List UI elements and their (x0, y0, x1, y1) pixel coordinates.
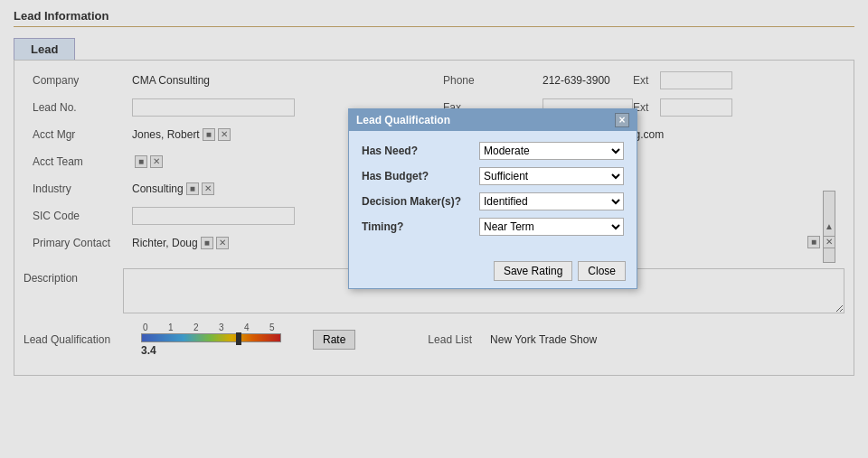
modal-select-decisionmakers[interactable]: Identified Not Identified Unknown (479, 192, 624, 210)
modal-title: Lead Qualification (356, 114, 450, 126)
close-button[interactable]: Close (578, 261, 626, 281)
modal-label-timing: Timing? (362, 220, 479, 233)
modal-row-hasneed: Has Need? Moderate Low High (362, 142, 624, 160)
modal-row-timing: Timing? Near Term Long Term Immediate (362, 218, 624, 236)
modal-row-decisionmakers: Decision Maker(s)? Identified Not Identi… (362, 192, 624, 210)
page-wrapper: Lead Information Lead Company CMA Consul… (0, 0, 868, 458)
modal-select-hasneed[interactable]: Moderate Low High (479, 142, 624, 160)
modal-label-decisionmakers: Decision Maker(s)? (362, 195, 479, 208)
modal-label-hasneed: Has Need? (362, 145, 479, 157)
modal-footer: Save Rating Close (349, 254, 637, 288)
modal-label-hasbudget: Has Budget? (362, 170, 479, 182)
lead-qualification-modal: Lead Qualification × Has Need? Moderate … (348, 108, 637, 289)
modal-select-timing[interactable]: Near Term Long Term Immediate (479, 218, 624, 236)
save-rating-button[interactable]: Save Rating (494, 261, 572, 281)
modal-select-hasbudget[interactable]: Sufficient Insufficient Unknown (479, 167, 624, 185)
modal-header: Lead Qualification × (349, 109, 637, 131)
modal-body: Has Need? Moderate Low High Has Budget? … (349, 131, 637, 254)
modal-row-hasbudget: Has Budget? Sufficient Insufficient Unkn… (362, 167, 624, 185)
modal-close-button[interactable]: × (615, 113, 629, 127)
